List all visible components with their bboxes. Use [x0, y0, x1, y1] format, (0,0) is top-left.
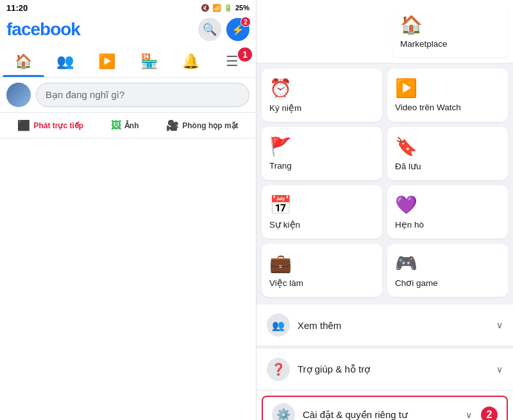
messenger-button[interactable]: ⚡ 2	[226, 18, 249, 41]
help-label: Trợ giúp & hỗ trợ	[298, 364, 370, 375]
tab-marketplace[interactable]: 🏪	[128, 46, 170, 77]
gaming-label: Chơi game	[395, 278, 438, 288]
see-more-label: Xem thêm	[298, 320, 341, 331]
status-bar: 11:20 🔇 📶 🔋 25%	[0, 0, 256, 15]
signal-icon: 📶	[212, 4, 221, 12]
saved-icon: 🔖	[395, 136, 417, 157]
menu-memories[interactable]: ⏰ Ký niệm	[262, 69, 382, 122]
gaming-icon: 🎮	[395, 253, 417, 274]
header-icons: 🔍 ⚡ 2	[198, 18, 249, 41]
dating-icon: 💜	[395, 194, 417, 215]
jobs-icon: 💼	[269, 253, 292, 274]
left-panel: 11:20 🔇 📶 🔋 25% facebook 🔍 ⚡ 2 🏠 👥	[0, 0, 256, 420]
bell-icon: 🔔	[182, 53, 199, 70]
fb-header: facebook 🔍 ⚡ 2	[0, 15, 256, 46]
nav-tabs: 🏠 👥 ▶️ 🏪 🔔 ☰ 1	[0, 46, 256, 78]
home-icon: 🏠	[15, 53, 32, 70]
friends-icon: 👥	[56, 53, 74, 70]
settings-left: ⚙️ Cài đặt & quyền riêng tư	[272, 403, 408, 420]
watch-label: Video trên Watch	[395, 103, 461, 112]
events-icon: 📅	[269, 194, 292, 215]
fb-logo: facebook	[6, 19, 80, 40]
step-2-badge: 2	[481, 407, 498, 420]
marketplace-card[interactable]: 🏠 Marketplace	[392, 5, 508, 58]
menu-saved[interactable]: 🔖 Đã lưu	[387, 127, 508, 180]
help-left: ❓ Trợ giúp & hỗ trợ	[267, 358, 370, 381]
menu-grid: ⏰ Ký niệm ▶️ Video trên Watch 🚩 Trang 🔖 …	[256, 63, 513, 302]
menu-icon: ☰	[226, 53, 239, 70]
status-icons: 🔇 📶 🔋 25%	[201, 4, 249, 12]
photo-button[interactable]: 🖼 Ảnh	[105, 115, 146, 135]
settings-chevron: ∨	[466, 410, 472, 420]
help-chevron: ∨	[496, 364, 503, 374]
see-more-icon: 👥	[267, 314, 290, 337]
settings-row[interactable]: ⚙️ Cài đặt & quyền riêng tư ∨ 2	[262, 396, 508, 420]
action-buttons: ⬛ Phát trực tiếp 🖼 Ảnh 🎥 Phòng họp mặt	[0, 113, 256, 139]
menu-pages[interactable]: 🚩 Trang	[262, 127, 382, 180]
menu-watch[interactable]: ▶️ Video trên Watch	[387, 69, 508, 122]
pages-icon: 🚩	[269, 136, 292, 157]
photo-icon: 🖼	[111, 120, 121, 131]
battery-percent: 25%	[235, 4, 249, 12]
settings-label: Cài đặt & quyền riêng tư	[303, 409, 408, 420]
step-1-badge: 1	[238, 47, 252, 62]
tab-home[interactable]: 🏠	[3, 46, 44, 77]
saved-label: Đã lưu	[395, 161, 421, 171]
memories-icon: ⏰	[269, 78, 292, 99]
jobs-label: Việc làm	[269, 278, 303, 288]
post-placeholder: Bạn đang nghĩ gì?	[46, 89, 124, 101]
post-input-area: Bạn đang nghĩ gì?	[0, 78, 256, 113]
dating-label: Hẹn hò	[395, 219, 424, 230]
memories-label: Ký niệm	[269, 103, 301, 113]
help-row[interactable]: ❓ Trợ giúp & hỗ trợ ∨	[256, 349, 513, 391]
pages-label: Trang	[269, 161, 292, 171]
battery-icon: 🔋	[224, 4, 233, 12]
live-label: Phát trực tiếp	[33, 121, 83, 130]
user-avatar	[6, 83, 31, 107]
post-input[interactable]: Bạn đang nghĩ gì?	[36, 83, 249, 107]
marketplace-label: Marketplace	[400, 39, 448, 49]
menu-dating[interactable]: 💜 Hẹn hò	[387, 185, 508, 239]
room-label: Phòng họp mặt	[182, 121, 238, 130]
menu-jobs[interactable]: 💼 Việc làm	[262, 244, 382, 297]
tab-notifications[interactable]: 🔔	[170, 46, 212, 77]
feed-content	[0, 139, 256, 420]
messenger-badge: 2	[240, 17, 251, 27]
marketplace-menu-icon: 🏠	[400, 14, 423, 35]
help-icon: ❓	[267, 358, 290, 381]
live-button[interactable]: ⬛ Phát trực tiếp	[11, 115, 90, 135]
see-more-row[interactable]: 👥 Xem thêm ∨	[256, 305, 513, 346]
status-time: 11:20	[6, 3, 28, 13]
tab-friends[interactable]: 👥	[44, 46, 86, 77]
see-more-chevron: ∨	[496, 320, 503, 330]
tab-watch[interactable]: ▶️	[86, 46, 128, 77]
settings-right: ∨ 2	[466, 407, 498, 420]
search-icon: 🔍	[203, 22, 217, 37]
events-label: Sự kiện	[269, 219, 300, 230]
watch-menu-icon: ▶️	[395, 78, 417, 99]
menu-gaming[interactable]: 🎮 Chơi game	[387, 244, 508, 297]
menu-events[interactable]: 📅 Sự kiện	[262, 185, 382, 239]
volume-icon: 🔇	[201, 4, 210, 12]
room-icon: 🎥	[166, 119, 179, 131]
room-button[interactable]: 🎥 Phòng họp mặt	[160, 115, 244, 135]
live-icon: ⬛	[17, 119, 30, 131]
marketplace-icon: 🏪	[140, 53, 158, 70]
settings-container: ⚙️ Cài đặt & quyền riêng tư ∨ 2	[256, 391, 513, 420]
settings-icon: ⚙️	[272, 403, 295, 420]
tab-menu[interactable]: ☰ 1	[212, 46, 253, 77]
see-more-left: 👥 Xem thêm	[267, 314, 341, 337]
right-panel: 🏠 Marketplace ⏰ Ký niệm ▶️ Video trên Wa…	[256, 0, 513, 420]
photo-label: Ảnh	[124, 121, 139, 130]
watch-icon: ▶️	[98, 53, 115, 70]
search-button[interactable]: 🔍	[198, 18, 221, 41]
